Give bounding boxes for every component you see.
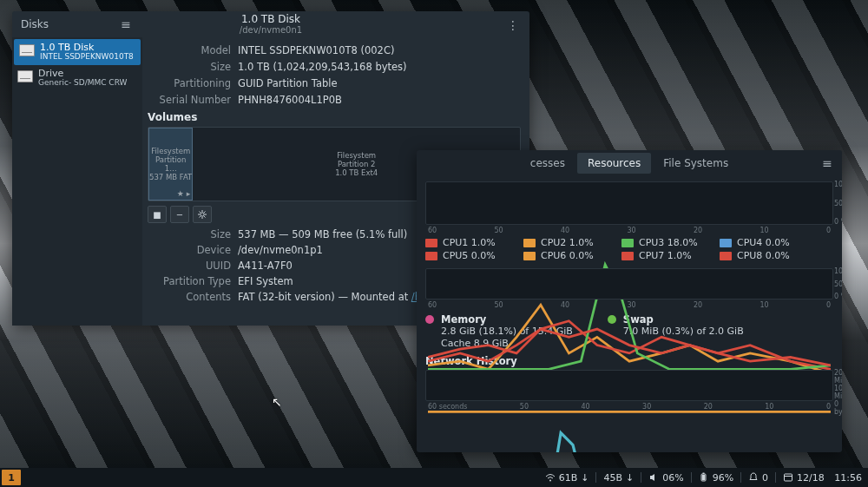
partition-1[interactable]: Filesystem Partition 1… 537 MB FAT ★▸ bbox=[148, 128, 193, 201]
xlabel: 10 bbox=[765, 403, 773, 411]
svg-rect-3 bbox=[702, 473, 704, 475]
unmount-button[interactable]: ■ bbox=[148, 206, 167, 223]
bell-icon bbox=[748, 472, 759, 483]
xlabel: 40 bbox=[561, 301, 569, 309]
down-arrow-icon: ↓ bbox=[626, 472, 634, 484]
xlabel: 0 bbox=[826, 301, 831, 309]
ylabel: 100 % bbox=[834, 267, 842, 275]
disks-header: 1.0 TB Disk /dev/nvme0n1 bbox=[240, 14, 302, 35]
xlabel: 30 bbox=[627, 301, 635, 309]
partition-line: Partition 2 bbox=[338, 160, 376, 168]
workspace-indicator[interactable]: 1 bbox=[2, 470, 21, 485]
tab-filesystems[interactable]: File Systems bbox=[653, 153, 739, 174]
star-icon[interactable]: ★ bbox=[177, 189, 184, 198]
hamburger-icon[interactable]: ≡ bbox=[819, 155, 835, 171]
disks-device-list: 1.0 TB Disk INTEL SSDPEKNW010T8 Drive Ge… bbox=[12, 37, 142, 326]
xlabel: 50 bbox=[494, 227, 503, 234]
separator bbox=[595, 472, 596, 483]
label-contents: Contents bbox=[148, 291, 231, 303]
ylabel: 100 % bbox=[834, 181, 842, 188]
label-size: Size bbox=[148, 61, 231, 73]
disks-header-title: 1.0 TB Disk bbox=[240, 14, 302, 25]
value-size: 1.0 TB (1,024,209,543,168 bytes) bbox=[238, 61, 521, 73]
system-monitor-window: cesses Resources File Systems ≡ 100 % 50… bbox=[417, 150, 842, 452]
calendar-icon bbox=[783, 472, 793, 483]
xlabel: 30 bbox=[642, 403, 651, 411]
xlabel: 50 bbox=[520, 403, 529, 411]
notification-indicator[interactable]: 0 bbox=[742, 472, 774, 484]
label-ptype: Partition Type bbox=[148, 275, 231, 287]
label-psize: Size bbox=[148, 228, 231, 240]
ylabel: 20.0 MiB/s bbox=[834, 369, 842, 385]
network-chart: 20.0 MiB/s 10.0 MiB/s 0 bytes/s 60 secon… bbox=[425, 370, 833, 401]
clock[interactable]: 12/18 11:56 bbox=[777, 472, 868, 484]
separator bbox=[740, 472, 741, 483]
label-model: Model bbox=[148, 44, 231, 56]
label-serial: Serial Number bbox=[148, 94, 231, 106]
delete-partition-button[interactable]: − bbox=[170, 206, 189, 223]
kebab-icon[interactable]: ⋮ bbox=[505, 17, 521, 33]
ylabel: 0 % bbox=[834, 293, 842, 300]
partition-line: Filesystem bbox=[151, 147, 190, 155]
device-sub: Generic- SD/MMC CRW bbox=[38, 79, 127, 88]
network-chart-svg bbox=[428, 372, 831, 452]
battery-icon bbox=[699, 472, 709, 483]
hamburger-icon[interactable]: ≡ bbox=[118, 16, 134, 32]
wifi-value: 61B bbox=[559, 472, 578, 484]
partition-line: 537 MB FAT bbox=[149, 173, 192, 181]
ylabel: 0 bytes/s bbox=[834, 400, 842, 416]
monitor-tabs: cesses Resources File Systems ≡ bbox=[417, 150, 842, 176]
label-uuid: UUID bbox=[148, 260, 231, 272]
partition-line: 1.0 TB Ext4 bbox=[335, 168, 378, 177]
partition-line: Partition 1… bbox=[148, 155, 193, 173]
drive-icon bbox=[17, 70, 33, 82]
tab-processes[interactable]: cesses bbox=[520, 153, 575, 174]
ylabel: 10.0 MiB/s bbox=[834, 385, 842, 400]
xlabel: 0 bbox=[826, 227, 831, 234]
separator bbox=[691, 472, 692, 483]
time-value: 11:56 bbox=[834, 472, 862, 484]
partition-options-button[interactable] bbox=[193, 206, 212, 223]
battery-indicator[interactable]: 96% bbox=[693, 472, 740, 484]
svg-point-1 bbox=[549, 480, 551, 482]
label-partitioning: Partitioning bbox=[148, 77, 231, 89]
volume-value: 06% bbox=[662, 472, 683, 484]
disks-header-subtitle: /dev/nvme0n1 bbox=[240, 25, 302, 35]
disks-app-title: Disks bbox=[21, 18, 49, 30]
value-partitioning: GUID Partition Table bbox=[238, 77, 521, 89]
device-item-sdcard[interactable]: Drive Generic- SD/MMC CRW bbox=[12, 65, 142, 91]
memory-chart: 100 % 50 % 0 % 60 50 40 30 20 10 0 bbox=[425, 268, 833, 299]
xlabel: 60 bbox=[428, 301, 437, 309]
separator bbox=[641, 472, 641, 483]
svg-rect-5 bbox=[785, 474, 792, 481]
taskbar: 1 61B↓ 45B↓ 06% 96% 0 12/18 11:56 bbox=[0, 468, 868, 487]
separator bbox=[775, 472, 776, 483]
device-sub: INTEL SSDPEKNW010T8 bbox=[40, 53, 134, 62]
xlabel: 20 bbox=[694, 301, 702, 309]
ylabel: 50 % bbox=[834, 280, 842, 288]
device-item-nvme[interactable]: 1.0 TB Disk INTEL SSDPEKNW010T8 bbox=[14, 39, 141, 65]
play-icon[interactable]: ▸ bbox=[187, 189, 191, 198]
down-arrow-icon: ↓ bbox=[581, 472, 589, 484]
xlabel: 10 bbox=[760, 301, 768, 309]
svg-rect-4 bbox=[701, 475, 704, 480]
ylabel: 0 % bbox=[834, 218, 842, 226]
xlabel: 60 bbox=[428, 227, 437, 234]
xlabel: 40 bbox=[561, 227, 569, 234]
xlabel: 40 bbox=[581, 403, 589, 411]
ylabel: 50 % bbox=[834, 200, 842, 207]
wifi-icon bbox=[545, 472, 556, 483]
xlabel: 20 bbox=[694, 227, 702, 234]
net-indicator[interactable]: 45B↓ bbox=[597, 472, 640, 484]
cpu-chart: 100 % 50 % 0 % 60 50 40 30 20 10 0 bbox=[425, 181, 833, 225]
volumes-heading: Volumes bbox=[148, 111, 521, 123]
gear-icon bbox=[197, 209, 207, 220]
notification-count: 0 bbox=[762, 472, 768, 484]
partition-line: Filesystem bbox=[337, 151, 376, 160]
wifi-indicator[interactable]: 61B↓ bbox=[539, 472, 595, 484]
disks-titlebar[interactable]: Disks ≡ 1.0 TB Disk /dev/nvme0n1 ⋮ bbox=[12, 11, 529, 37]
label-pdev: Device bbox=[148, 244, 231, 256]
tab-resources[interactable]: Resources bbox=[577, 153, 651, 174]
value-serial: PHNH8476004L1P0B bbox=[238, 94, 521, 106]
volume-indicator[interactable]: 06% bbox=[642, 472, 689, 484]
